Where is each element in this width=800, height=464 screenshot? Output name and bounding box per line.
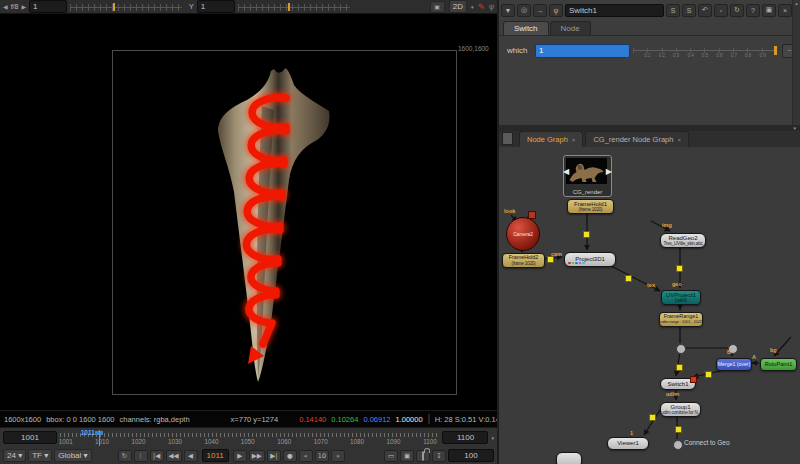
fps-dropdown[interactable]: 24 ▾: [3, 449, 26, 462]
color-sample-icon[interactable]: ψ: [489, 3, 494, 10]
decrement-button[interactable]: «: [299, 450, 313, 462]
ruler-tick-label: 1090: [387, 438, 401, 445]
undo-icon[interactable]: ↶: [698, 4, 712, 17]
dot-node-1[interactable]: [676, 344, 686, 354]
connection-dot[interactable]: [676, 265, 683, 272]
which-value-input[interactable]: 1: [535, 44, 630, 58]
center-node-icon[interactable]: →: [533, 4, 547, 17]
node-camera2[interactable]: Camera2: [506, 217, 540, 251]
clock-icon[interactable]: ◎: [517, 4, 531, 17]
node-uvproject1[interactable]: UVProject1 [udim]: [661, 290, 701, 305]
close-tab-icon[interactable]: ×: [677, 137, 681, 143]
node-framehold1[interactable]: FrameHold1 (frame 1020): [567, 199, 614, 214]
goto-start-button[interactable]: |◀: [150, 450, 164, 462]
timeline-zoom-input[interactable]: 100: [448, 449, 494, 462]
prev-keyframe-button[interactable]: ◀◀: [166, 450, 182, 462]
play-forward-button[interactable]: ▶: [233, 450, 247, 462]
float-icon[interactable]: ▣: [762, 4, 776, 17]
range-b-button[interactable]: ▣: [400, 450, 414, 462]
status-channels: channels: rgba,depth: [120, 415, 190, 424]
goto-end-button[interactable]: ▶|: [267, 450, 281, 462]
annotation-pen-icon[interactable]: ✎: [477, 2, 485, 12]
revert-icon[interactable]: ▫: [714, 4, 728, 17]
loop-button[interactable]: ↻: [118, 450, 132, 462]
gain-prev-button[interactable]: ◀: [3, 3, 8, 10]
script-2-icon[interactable]: S: [682, 4, 696, 17]
gain-slider[interactable]: [70, 3, 182, 11]
script-1-icon[interactable]: S: [666, 4, 680, 17]
help-icon[interactable]: ?: [746, 4, 760, 17]
fit-range-button[interactable]: ↧: [432, 450, 446, 462]
gamma-slider-handle[interactable]: [288, 3, 290, 11]
close-tab-icon[interactable]: ×: [572, 137, 576, 143]
tab-cg-render-node-graph[interactable]: CG_render Node Graph ×: [585, 131, 689, 147]
connection-dot[interactable]: [583, 231, 590, 238]
lock-range-button[interactable]: [416, 450, 430, 462]
range-start-input[interactable]: 1001: [3, 431, 57, 444]
tf-dropdown[interactable]: TF ▾: [28, 449, 52, 462]
node-cg-render[interactable]: ◀ ▶ CG_render: [563, 155, 612, 197]
layout-icon[interactable]: ▣: [430, 1, 445, 13]
reload-icon[interactable]: ↻: [730, 4, 744, 17]
link-label-b: B: [727, 349, 731, 355]
gamma-input[interactable]: 1: [197, 0, 235, 13]
playhead-line[interactable]: [99, 430, 100, 446]
scroll-up-icon[interactable]: ▴: [793, 0, 800, 6]
connection-dot[interactable]: [625, 275, 632, 282]
connection-dot[interactable]: [649, 414, 656, 421]
which-slider-handle[interactable]: [774, 46, 777, 55]
frame-increment-button[interactable]: 10: [315, 450, 329, 462]
current-frame-display[interactable]: 1011: [202, 449, 229, 462]
tab-switch[interactable]: Switch: [503, 21, 549, 35]
axis-mini-node[interactable]: [528, 211, 536, 219]
fork-icon[interactable]: ψ: [549, 4, 563, 17]
which-slider[interactable]: 0.10.20.30.40.50.60.70.80.9: [633, 45, 777, 57]
connection-dot[interactable]: [675, 426, 682, 433]
gain-next-button[interactable]: ▶: [21, 3, 26, 10]
node-readgeo2[interactable]: ReadGeo2 Trex_UVtile_skin.abc: [660, 233, 706, 248]
ruler-tick-label: 1020: [132, 438, 146, 445]
view-mode-caret-icon[interactable]: ▾: [471, 4, 474, 10]
properties-scrollbar[interactable]: ▴: [792, 0, 800, 125]
node-framerange1[interactable]: FrameRange1 udim range : 1001 - 1022: [659, 312, 703, 327]
tab-node-graph[interactable]: Node Graph ×: [519, 131, 583, 147]
node-project3d1[interactable]: Project3D1: [564, 252, 616, 267]
range-a-button[interactable]: ▭: [384, 450, 398, 462]
filter-icon[interactable]: ▼: [501, 4, 515, 17]
connection-dot[interactable]: [705, 371, 712, 378]
viewer-image: [0, 14, 497, 410]
connection-dot[interactable]: [676, 364, 683, 371]
dot-node-3[interactable]: [673, 440, 683, 450]
node-partial[interactable]: [556, 452, 582, 464]
play-backward-button[interactable]: ◀: [184, 450, 198, 462]
next-keyframe-button[interactable]: ▶▶: [249, 450, 265, 462]
range-lock-buttons: ▭▣↧: [384, 450, 446, 462]
node-group1[interactable]: Group1 udim combine for N..: [660, 402, 701, 417]
nodegraph-canvas[interactable]: ◀ ▶ CG_render FrameHold1 (frame 1020) Ca…: [499, 147, 800, 464]
stop-button[interactable]: ●: [283, 450, 297, 462]
node-merge1[interactable]: Merge1 (over): [716, 358, 752, 371]
close-icon[interactable]: ×: [778, 4, 792, 17]
node-viewer1[interactable]: Viewer1: [607, 437, 649, 450]
node-rotopaint1[interactable]: RotoPaint1: [760, 358, 797, 371]
pane-layout-icon[interactable]: [502, 132, 513, 145]
gain-slider-handle[interactable]: [113, 3, 115, 11]
increment-button[interactable]: »: [331, 450, 345, 462]
gamma-slider[interactable]: [238, 3, 350, 11]
viewer-canvas[interactable]: 1600,1600: [0, 14, 497, 410]
gain-input[interactable]: 1: [29, 0, 67, 13]
tab-node[interactable]: Node: [550, 21, 591, 35]
channel-dots: [568, 262, 585, 265]
range-end-input[interactable]: 1100: [442, 431, 488, 444]
node-framehold2[interactable]: FrameHold2 (frame 1020): [502, 253, 545, 268]
node-name-input[interactable]: Switch1: [565, 4, 664, 17]
viewer-pane: ◀ f/8 ▶ 1 Y 1 ▣ 2D ▾ ✎ ψ: [0, 0, 497, 464]
connection-dot[interactable]: [547, 256, 554, 263]
timeline-ruler[interactable]: 1001101010201030104010501060107010801090…: [60, 430, 439, 446]
playhead-frame-label: 1011: [81, 429, 95, 436]
aperture-label[interactable]: f/8: [11, 3, 19, 10]
range-menu-icon[interactable]: ▾: [491, 435, 494, 441]
range-menu-button[interactable]: ⋮: [134, 450, 148, 462]
view-mode-dropdown[interactable]: 2D: [449, 0, 467, 13]
frame-mode-dropdown[interactable]: Global ▾: [54, 449, 91, 462]
